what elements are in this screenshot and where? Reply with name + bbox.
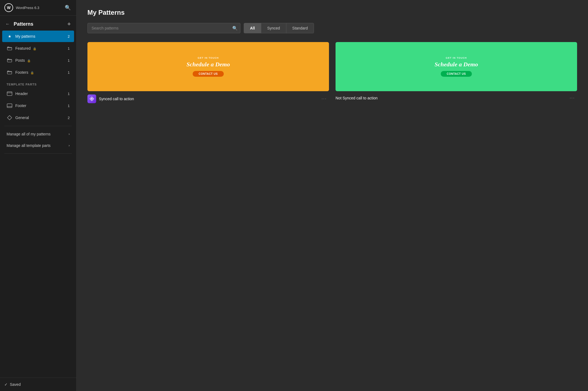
saved-check-icon: ✓: [4, 382, 8, 387]
divider-1: [4, 126, 72, 126]
template-parts-section-label: TEMPLATE PARTS: [0, 78, 76, 88]
back-button[interactable]: ←: [4, 20, 11, 28]
page-title: My Patterns: [87, 9, 577, 16]
posts-label: Posts 🔒: [15, 58, 68, 63]
preview-tag-2: GET IN TOUCH: [435, 57, 478, 59]
sidebar-nav-header: ← Patterns +: [0, 16, 76, 30]
wp-logo: W: [4, 3, 13, 12]
pattern-preview-orange[interactable]: GET IN TOUCH Schedule a Demo Contact us: [87, 42, 329, 91]
chevron-right-icon: ›: [69, 132, 70, 136]
pattern-name-1: Synced call to action: [99, 97, 317, 101]
folder-icon-footers: [7, 69, 13, 75]
footers-count: 1: [68, 70, 70, 75]
preview-cta-btn-2: Contact us: [441, 71, 472, 77]
sidebar-search-button[interactable]: 🔍: [64, 4, 72, 12]
folder-icon: [7, 45, 13, 51]
featured-count: 1: [68, 46, 70, 51]
footer-template-icon: [7, 103, 13, 109]
pattern-info-1: Synced call to action ···: [87, 94, 329, 103]
sidebar-item-header[interactable]: Header 1: [2, 88, 74, 99]
sidebar: W WordPress 6.3 🔍 ← Patterns + ★ My patt…: [0, 0, 77, 391]
footer-count: 1: [68, 104, 70, 108]
filter-tab-standard[interactable]: Standard: [286, 23, 314, 33]
star-icon: ★: [7, 33, 13, 39]
preview-cta-btn-1: Contact us: [193, 71, 224, 77]
lock-icon: 🔒: [33, 47, 37, 50]
chevron-right-icon-2: ›: [69, 144, 70, 147]
filter-tabs: All Synced Standard: [244, 23, 314, 33]
sidebar-item-posts[interactable]: Posts 🔒 1: [2, 55, 74, 66]
sidebar-header: W WordPress 6.3 🔍: [0, 0, 76, 16]
header-label: Header: [15, 91, 68, 96]
manage-my-patterns-link[interactable]: Manage all of my patterns ›: [2, 129, 74, 140]
sidebar-footer: ✓ Saved: [0, 378, 76, 391]
folder-icon-posts: [7, 57, 13, 63]
preview-headline-1: Schedule a Demo: [187, 61, 230, 68]
lock-icon-posts: 🔒: [27, 59, 31, 62]
manage-template-parts-link[interactable]: Manage all template parts ›: [2, 140, 74, 151]
footer-label: Footer: [15, 103, 68, 108]
pattern-preview-inner-2: GET IN TOUCH Schedule a Demo Contact us: [429, 51, 484, 82]
sidebar-item-footer[interactable]: Footer 1: [2, 100, 74, 111]
general-label: General: [15, 115, 68, 120]
preview-tag-1: GET IN TOUCH: [187, 57, 230, 59]
pattern-preview-inner-1: GET IN TOUCH Schedule a Demo Contact us: [181, 51, 236, 82]
sidebar-title: Patterns: [14, 21, 66, 27]
pattern-name-2: Not Synced call to action: [336, 96, 565, 100]
sidebar-item-footers[interactable]: Footers 🔒 1: [2, 67, 74, 78]
pattern-menu-btn-2[interactable]: ···: [568, 94, 577, 102]
posts-count: 1: [68, 58, 70, 63]
general-icon: [7, 115, 13, 121]
manage-my-patterns-label: Manage all of my patterns: [7, 132, 51, 136]
synced-icon: [87, 94, 96, 103]
header-template-icon: [7, 91, 13, 97]
pattern-preview-green[interactable]: GET IN TOUCH Schedule a Demo Contact us: [336, 42, 577, 91]
svg-marker-9: [91, 98, 93, 100]
search-input[interactable]: [87, 23, 240, 33]
main-content: My Patterns 🔍 All Synced Standard GET IN…: [77, 0, 588, 391]
my-patterns-count: 2: [68, 34, 70, 38]
pattern-info-2: Not Synced call to action ···: [336, 94, 577, 102]
pattern-card-not-synced-cta: GET IN TOUCH Schedule a Demo Contact us …: [336, 42, 577, 103]
patterns-grid: GET IN TOUCH Schedule a Demo Contact us …: [87, 42, 577, 103]
saved-label: Saved: [10, 382, 21, 387]
search-bar: 🔍: [87, 23, 240, 33]
header-count: 1: [68, 92, 70, 96]
add-pattern-button[interactable]: +: [66, 20, 72, 28]
preview-headline-2: Schedule a Demo: [435, 61, 478, 68]
my-patterns-label: My patterns: [15, 34, 68, 38]
search-button[interactable]: 🔍: [232, 26, 238, 31]
toolbar: 🔍 All Synced Standard: [87, 23, 577, 33]
svg-marker-7: [7, 115, 12, 120]
svg-rect-5: [7, 104, 12, 108]
pattern-card-synced-cta: GET IN TOUCH Schedule a Demo Contact us …: [87, 42, 329, 103]
general-count: 2: [68, 116, 70, 120]
divider-2: [4, 153, 72, 154]
footers-label: Footers 🔒: [15, 70, 68, 75]
filter-tab-all[interactable]: All: [244, 23, 261, 33]
sidebar-item-general[interactable]: General 2: [2, 112, 74, 123]
svg-rect-3: [7, 92, 12, 96]
sidebar-item-featured[interactable]: Featured 🔒 1: [2, 43, 74, 54]
pattern-menu-btn-1[interactable]: ···: [319, 95, 329, 102]
lock-icon-footers: 🔒: [30, 71, 34, 74]
sidebar-item-my-patterns[interactable]: ★ My patterns 2: [2, 31, 74, 42]
wp-version: WordPress 6.3: [16, 6, 39, 10]
featured-label: Featured 🔒: [15, 46, 68, 51]
filter-tab-synced[interactable]: Synced: [261, 23, 286, 33]
manage-template-parts-label: Manage all template parts: [7, 143, 51, 148]
